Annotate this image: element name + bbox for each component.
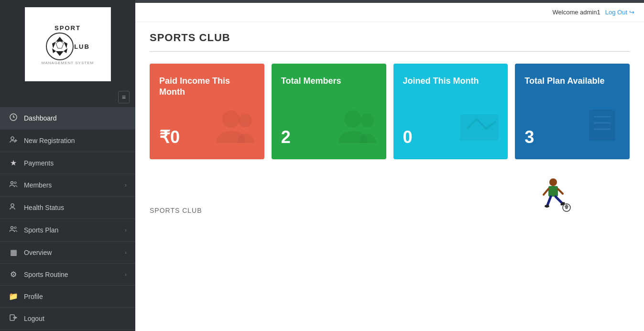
- sidebar-item-sports-plan[interactable]: Sports Plan ›: [0, 219, 135, 242]
- svg-point-22: [360, 114, 374, 127]
- total-members-title: Total Members: [281, 76, 377, 87]
- sidebar-item-members[interactable]: Members ›: [0, 174, 135, 197]
- svg-line-30: [547, 197, 551, 205]
- sports-routine-icon: ⚙: [9, 270, 18, 279]
- profile-icon: 📁: [9, 292, 18, 301]
- header-bar: Welcome admin1 Log Out ↪: [135, 3, 644, 22]
- svg-point-20: [239, 114, 252, 127]
- svg-line-31: [556, 197, 562, 203]
- page-title: SPORTS CLUB: [150, 32, 630, 44]
- logout-link[interactable]: Log Out ↪: [605, 9, 634, 16]
- overview-icon: ▦: [9, 248, 18, 257]
- main-content: Welcome admin1 Log Out ↪ SPORTS CLUB Pai…: [135, 0, 644, 331]
- svg-point-21: [344, 110, 361, 128]
- stats-cards-row: Paid Income This Month ₹0 Total Members …: [150, 64, 630, 159]
- paid-income-title: Paid Income This Month: [159, 76, 255, 98]
- sports-plan-icon: [9, 225, 18, 235]
- joined-this-month-title: Joined This Month: [403, 76, 499, 87]
- svg-point-32: [545, 205, 549, 208]
- svg-point-28: [549, 178, 557, 186]
- svg-rect-29: [548, 186, 558, 197]
- logout-link-label: Log Out: [605, 9, 627, 16]
- footer-area: SPORTS CLUB: [150, 174, 630, 217]
- sidebar-item-logout[interactable]: Logout: [0, 308, 135, 330]
- members-arrow-icon: ›: [125, 182, 127, 188]
- svg-point-19: [222, 110, 240, 128]
- new-registration-icon: [9, 136, 18, 145]
- sidebar-item-sports-routine-label: Sports Routine: [24, 271, 125, 278]
- sports-routine-arrow-icon: ›: [125, 271, 127, 278]
- overview-arrow-icon: ›: [125, 249, 127, 256]
- payments-icon: ★: [9, 158, 18, 167]
- total-plan-bg-icon: [579, 107, 622, 154]
- total-members-bg-icon: [336, 107, 379, 154]
- soccer-player-figure: [534, 177, 572, 217]
- sidebar-item-new-registration[interactable]: New Registration: [0, 130, 135, 152]
- sidebar-item-overview-label: Overview: [24, 249, 125, 256]
- joined-this-month-card: Joined This Month 0: [393, 64, 508, 159]
- logout-icon: [9, 314, 18, 323]
- svg-line-34: [544, 189, 548, 195]
- sidebar-item-payments-label: Payments: [24, 159, 127, 167]
- members-icon: [9, 180, 18, 190]
- paid-income-bg-icon: [214, 107, 257, 154]
- svg-point-9: [11, 137, 14, 140]
- title-divider: [150, 51, 630, 52]
- soccer-ball-icon: [45, 32, 74, 61]
- sidebar-item-profile-label: Profile: [24, 293, 127, 300]
- sidebar-item-health-status-label: Health Status: [24, 204, 127, 211]
- svg-rect-23: [460, 114, 498, 141]
- sidebar-item-profile[interactable]: 📁 Profile: [0, 286, 135, 308]
- sidebar-item-logout-label: Logout: [24, 315, 127, 322]
- total-members-card: Total Members 2: [272, 64, 386, 159]
- svg-line-35: [558, 189, 563, 194]
- logo-area: SPORT LUB MANAGEMENT SYSTEM: [25, 7, 111, 81]
- hamburger-area: ≡: [0, 88, 135, 107]
- dashboard-icon: [9, 113, 18, 123]
- svg-point-15: [11, 227, 13, 229]
- sidebar-item-dashboard[interactable]: Dashboard: [0, 107, 135, 130]
- hamburger-button[interactable]: ≡: [118, 91, 130, 103]
- svg-rect-24: [589, 110, 615, 141]
- logo-sport: SPORT: [55, 24, 81, 32]
- svg-point-14: [11, 204, 14, 207]
- svg-point-16: [14, 227, 16, 229]
- joined-bg-icon: [458, 110, 501, 154]
- content-area: SPORTS CLUB Paid Income This Month ₹0: [135, 22, 644, 226]
- welcome-text: Welcome admin1: [553, 9, 600, 16]
- sidebar-item-members-label: Members: [24, 181, 125, 189]
- total-plan-card: Total Plan Available 3: [515, 64, 630, 159]
- svg-point-12: [11, 182, 13, 184]
- sidebar-item-health-status[interactable]: Health Status: [0, 197, 135, 219]
- logo-subtitle: MANAGEMENT SYSTEM: [42, 61, 94, 65]
- sidebar: SPORT LUB MANAGEMENT SYSTEM ≡: [0, 0, 135, 331]
- sidebar-item-sports-plan-label: Sports Plan: [24, 226, 125, 234]
- total-plan-title: Total Plan Available: [524, 76, 620, 87]
- sidebar-item-dashboard-label: Dashboard: [24, 114, 127, 122]
- sidebar-item-new-registration-label: New Registration: [24, 137, 127, 144]
- sidebar-item-overview[interactable]: ▦ Overview ›: [0, 242, 135, 264]
- paid-income-card: Paid Income This Month ₹0: [150, 64, 264, 159]
- sidebar-item-sports-routine[interactable]: ⚙ Sports Routine ›: [0, 264, 135, 286]
- sports-plan-arrow-icon: ›: [125, 227, 127, 233]
- sidebar-item-payments[interactable]: ★ Payments: [0, 152, 135, 174]
- footer-label: SPORTS CLUB: [150, 207, 202, 214]
- logo-club: LUB: [74, 43, 90, 50]
- svg-point-13: [14, 182, 16, 184]
- logout-link-icon: ↪: [629, 9, 634, 16]
- health-status-icon: [9, 203, 18, 212]
